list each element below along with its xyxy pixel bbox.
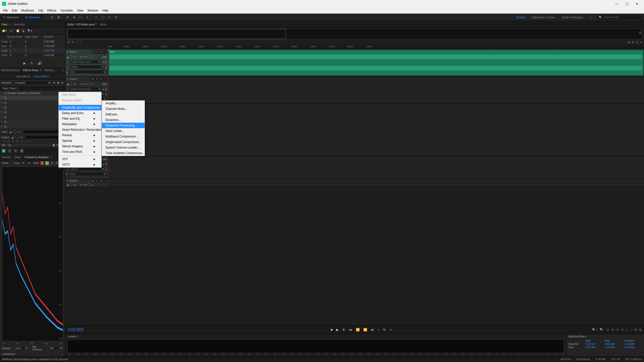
workspace-edit-av[interactable]: Edit Audio to Video (529, 16, 558, 19)
vol-knob[interactable] (69, 183, 72, 186)
fx-apply-icon[interactable]: ⚡ (20, 149, 24, 153)
menu-deesser[interactable]: DeEsser... (102, 112, 145, 117)
sends-icon[interactable]: ⤴ (76, 40, 77, 43)
multitrack-view-button[interactable]: ▤ Multitrack (23, 15, 43, 20)
zoom-out-pt-icon[interactable]: ⌕ (630, 328, 632, 331)
sel-start[interactable]: 0:00.000 (585, 343, 603, 345)
monitor-button[interactable]: I (103, 50, 107, 54)
fx-slot[interactable]: 8⏻ (0, 124, 65, 129)
solo-button[interactable]: S (95, 179, 99, 183)
playhead[interactable] (108, 49, 108, 76)
mute-button[interactable]: M (91, 179, 95, 183)
fx-power-all-icon[interactable]: ⏻ (2, 149, 6, 153)
audio-clip[interactable]: VO2 (109, 50, 643, 76)
tool-razor-icon[interactable]: ◆ (72, 15, 77, 20)
record-button[interactable]: R (99, 50, 103, 54)
menu-tube-compressor[interactable]: Tube-modeled Compressor... (102, 150, 145, 156)
power-icon[interactable]: ⏻ (4, 116, 8, 118)
fx-panel-menu-icon[interactable]: ≡ (40, 69, 42, 71)
files-panel-menu-icon[interactable]: ≡ (9, 23, 10, 26)
sel-end[interactable]: 0:00.000 (605, 343, 623, 345)
menu-view[interactable]: View (75, 9, 86, 12)
file-row[interactable]: .mp3332:53.191 (0, 53, 65, 57)
hold-4[interactable]: 4 (55, 161, 58, 165)
monitor-button[interactable]: I (103, 77, 107, 81)
menu-vst[interactable]: VST▶ (59, 156, 101, 162)
zoom-v-out-icon[interactable]: ⊖ (621, 328, 623, 331)
favorite-preset-icon[interactable]: ★ (61, 81, 64, 84)
fx-toggle-icon[interactable]: ⇄ (67, 40, 70, 44)
menu-time-pitch[interactable]: Time and Pitch▶ (59, 149, 101, 155)
sel-dur[interactable]: 0:00.000 (625, 343, 642, 345)
grip-icon[interactable]: ⠿ (66, 78, 68, 80)
phase-icon[interactable]: ⊘ (105, 88, 107, 90)
solo-button[interactable]: S (95, 77, 99, 81)
fx-slot[interactable]: 5⏻ (0, 110, 65, 114)
display-select[interactable]: Lines (13, 346, 29, 350)
tab-effects-rack[interactable]: Effects Rack (23, 69, 38, 72)
menu-dynamics[interactable]: Dynamics... (102, 117, 145, 123)
input-select[interactable]: Default Stereo Input (70, 87, 102, 90)
rewind-button[interactable]: ⏪ (356, 328, 360, 332)
mute-button[interactable]: M (91, 50, 95, 54)
menu-clip[interactable]: Clip (36, 9, 45, 12)
input-knob[interactable] (13, 130, 16, 133)
search-input[interactable]: 🔍 Search Help (597, 15, 642, 20)
zoom-sel-icon[interactable]: ⊟ (612, 328, 614, 331)
fx-slot[interactable]: 6⏻ (0, 115, 65, 119)
open-file-icon[interactable]: 📁▾ (2, 29, 7, 32)
menu-singleband-compressor[interactable]: Single-band Compressor... (102, 139, 145, 145)
menu-multiband-compressor[interactable]: Multiband Compressor... (102, 134, 145, 139)
menu-noise-reduction[interactable]: Noise Reduction / Restoration▶ (59, 127, 101, 132)
pan-knob[interactable] (88, 82, 91, 85)
collapse-icon[interactable]: » (62, 69, 64, 72)
vol-knob[interactable] (69, 55, 72, 58)
tab-mixer[interactable]: Mixer (100, 23, 107, 26)
advanced-toggle[interactable]: ▸ Advanced (0, 352, 65, 356)
menu-window[interactable]: Window (86, 9, 100, 12)
go-start-button[interactable]: ⏮ (349, 328, 352, 332)
workspace-radio[interactable]: Radio Production (559, 16, 586, 19)
tab-video[interactable]: Video (14, 156, 21, 159)
output-select[interactable]: Master (70, 167, 105, 170)
stop-button[interactable]: ■ (331, 328, 333, 332)
forward-button[interactable]: ⏩ (363, 328, 367, 332)
loop-button[interactable]: ↻ (383, 328, 386, 332)
fx-chain-icon[interactable]: ⟲ (14, 149, 18, 153)
power-icon[interactable]: ⏻ (4, 101, 8, 104)
record-button[interactable]: R (99, 179, 103, 183)
hold-3[interactable]: 3 (50, 161, 54, 165)
power-icon[interactable]: ⏻ (4, 97, 8, 99)
zoom-sel-full-icon[interactable]: ⊠ (639, 328, 641, 331)
automation-select[interactable]: Read (69, 70, 107, 73)
grip-icon[interactable]: ⠿ (66, 179, 68, 182)
automation-select[interactable]: Read (69, 172, 107, 175)
search-files-icon[interactable]: 🔍▾ (27, 29, 32, 32)
pause-button[interactable]: ⏸ (342, 328, 345, 332)
tool-spectral-icon[interactable]: ▦ (56, 15, 61, 20)
menu-file[interactable]: File (1, 9, 10, 12)
track-lane[interactable] (108, 104, 644, 156)
workspace-default[interactable]: Default (513, 16, 528, 19)
timecode[interactable]: 0:00.000 (68, 328, 131, 332)
record-button[interactable]: R (99, 77, 103, 81)
play-icon[interactable]: ▶ (23, 61, 26, 65)
tool-slip-icon[interactable]: ⟷ (78, 15, 83, 20)
track-lane[interactable] (108, 156, 644, 179)
hold-1[interactable]: 1 (41, 161, 44, 165)
view-dur[interactable]: 0:30.000 (625, 346, 642, 349)
track-lane[interactable] (108, 76, 644, 103)
levels-menu-icon[interactable]: ≡ (76, 335, 78, 338)
group-icon[interactable]: ⊡ (636, 40, 638, 44)
menu-favorites[interactable]: Favorites (59, 9, 75, 12)
power-icon[interactable]: ⏻ (4, 92, 8, 95)
power-icon[interactable]: ⏻ (4, 111, 8, 114)
subtab-track-effects[interactable]: Track Effects (33, 75, 49, 78)
subtab-clip-effects[interactable]: Clip Effects (16, 75, 30, 78)
view-end[interactable]: 0:30.000 (605, 346, 623, 349)
autoplay-icon[interactable]: 🔊 (38, 61, 42, 65)
save-preset-icon[interactable]: ⬇ (53, 81, 55, 84)
new-file-icon[interactable]: ▭⁺ (10, 29, 14, 32)
mix-slider-handle[interactable] (53, 144, 55, 146)
menu-filter-eq[interactable]: Filter and EQ▶ (59, 116, 101, 121)
